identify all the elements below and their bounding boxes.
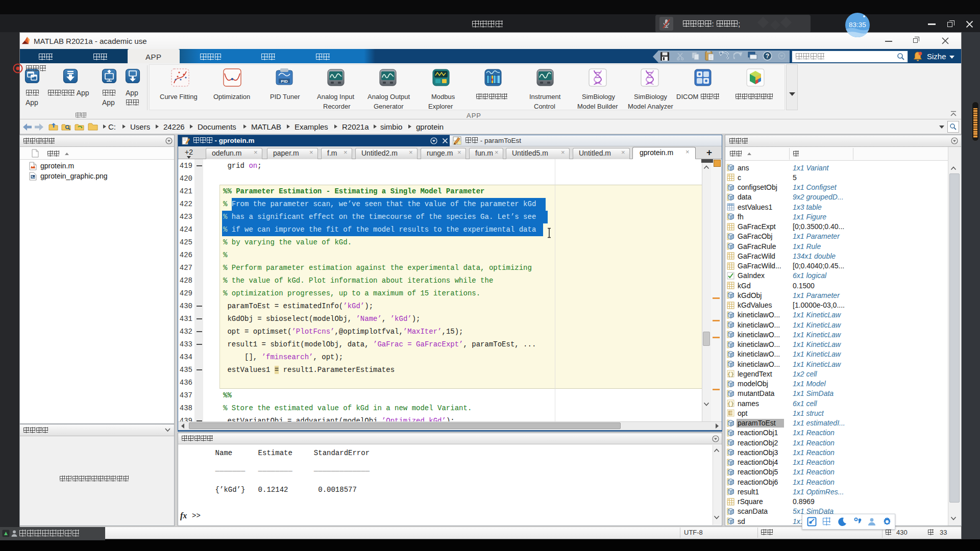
svg-text:83:35: 83:35 (849, 21, 866, 29)
svg-text:PID: PID (281, 79, 288, 84)
svg-text:?: ? (766, 53, 769, 60)
svg-text:{}: {} (727, 401, 734, 407)
svg-text:{}: {} (727, 371, 734, 378)
